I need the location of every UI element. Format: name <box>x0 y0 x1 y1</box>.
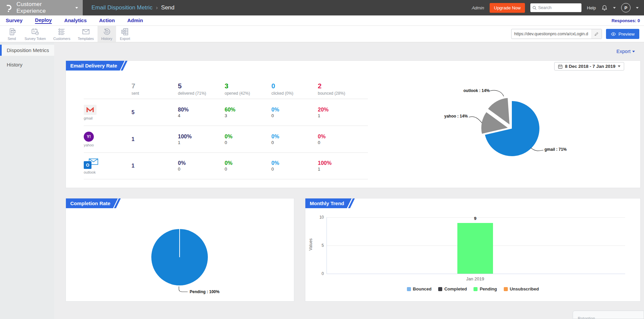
upgrade-now-button[interactable]: Upgrade Now <box>490 3 525 13</box>
stat-opened: 3opened (42%) <box>225 82 271 96</box>
search-icon <box>532 6 537 10</box>
templates-icon <box>82 28 90 36</box>
export-dropdown[interactable]: Export <box>616 49 635 54</box>
admin-link[interactable]: Admin <box>472 5 484 10</box>
cell-clicked: 0%0 <box>271 160 318 172</box>
legend-swatch-completed <box>438 287 442 291</box>
legend-label: Completed <box>444 286 467 291</box>
search-input[interactable] <box>538 5 575 10</box>
global-search[interactable] <box>530 3 581 12</box>
sidebar-item-disposition-metrics[interactable]: Disposition Metrics <box>0 45 54 56</box>
legend-label: Unsubscribed <box>510 286 539 291</box>
chevron-down-icon <box>632 51 635 52</box>
pie-label-outlook: outlook : 14% <box>449 88 490 93</box>
cell-clicked: 0%0 <box>271 134 318 145</box>
table-row-yahoo: Y! yahoo 1 100%1 0%0 0%0 0%0 <box>84 126 368 152</box>
legend-pending[interactable]: Pending <box>473 286 497 291</box>
edit-url-button[interactable] <box>592 29 602 39</box>
breadcrumb-current-page: Send <box>161 4 175 11</box>
provider-outlook: O outlook <box>84 158 131 174</box>
pie-label-gmail: gmail : 71% <box>544 147 567 152</box>
legend-swatch-bounced <box>407 287 411 291</box>
completion-rate-card: Completion Rate Pending : 100% <box>66 198 294 302</box>
export-icon <box>121 28 129 36</box>
provider-label: gmail <box>84 116 92 120</box>
header-actions: Admin Upgrade Now Help P <box>472 3 644 13</box>
brand-title: Customer Experience <box>16 1 71 14</box>
nav-item-survey[interactable]: Survey <box>6 17 23 24</box>
leader-line <box>490 90 504 96</box>
nav-item-action[interactable]: Action <box>99 17 115 24</box>
retention-tab[interactable]: Retention <box>573 311 644 319</box>
y-tick-5: 5 <box>314 243 324 248</box>
bar-value-label: 9 <box>457 216 493 221</box>
toolbar-customers-button[interactable]: Customers <box>49 26 74 42</box>
toolbar-templates-button[interactable]: Templates <box>74 26 98 42</box>
preview-button[interactable]: Preview <box>606 29 639 39</box>
y-axis-title: Values <box>308 238 313 250</box>
x-tick-jan-2019: Jan 2019 <box>457 276 493 281</box>
y-tick-10: 10 <box>314 215 324 220</box>
toolbar-history-label: History <box>101 37 112 41</box>
cell-delivered: 100%1 <box>178 134 225 145</box>
provider-label: outlook <box>84 170 96 174</box>
email-delivery-rate-card: Email Delivery Rate 8 Dec 2018 - 7 Jan 2… <box>66 60 641 188</box>
customers-icon <box>58 28 66 36</box>
help-link[interactable]: Help <box>587 5 596 10</box>
provider-label: yahoo <box>84 143 94 147</box>
breadcrumb-survey-link[interactable]: Email Disposition Metric <box>91 4 152 11</box>
notifications-bell-icon[interactable] <box>601 4 608 11</box>
toolbar-history-button[interactable]: History <box>98 26 116 42</box>
sidebar-item-history[interactable]: History <box>0 58 54 70</box>
questionpro-logo-icon <box>5 3 12 12</box>
chevron-down-icon[interactable] <box>613 7 616 9</box>
eye-icon <box>611 32 616 36</box>
leader-line <box>179 286 188 292</box>
survey-url-input[interactable] <box>512 32 592 36</box>
legend-swatch-unsubscribed <box>504 287 508 291</box>
date-range-label: 8 Dec 2018 - 7 Jan 2019 <box>565 64 615 69</box>
chevron-right-icon: › <box>156 4 158 11</box>
legend-completed[interactable]: Completed <box>438 286 467 291</box>
responses-count: Responses: 0 <box>611 18 640 23</box>
survey-token-icon: 31 <box>31 28 39 36</box>
avatar[interactable]: P <box>621 3 631 12</box>
nav-item-analytics[interactable]: Analytics <box>64 17 87 24</box>
cell-bounced: 20%1 <box>318 107 368 118</box>
cell-opened: 0%0 <box>225 134 271 145</box>
send-icon <box>8 28 16 36</box>
app-window: Customer Experience Email Disposition Me… <box>0 0 644 319</box>
date-range-picker[interactable]: 8 Dec 2018 - 7 Jan 2019 <box>554 62 624 71</box>
card-title: Completion Rate <box>66 198 118 208</box>
nav-item-admin[interactable]: Admin <box>127 17 143 24</box>
nav-item-deploy[interactable]: Deploy <box>35 17 52 24</box>
chevron-down-icon[interactable] <box>636 7 639 9</box>
export-row: Export <box>54 42 644 60</box>
toolbar-right: Preview <box>511 26 644 42</box>
cell-bounced: 0%0 <box>318 134 368 145</box>
sidebar: Disposition Metrics History <box>0 42 54 319</box>
monthly-trend-card: Monthly Trend Values 10 5 0 9 Jan 2019 <box>305 198 641 302</box>
main-content: Export Email Delivery Rate <box>54 42 644 319</box>
toolbar-survey-token-button[interactable]: 31 Survey Token <box>21 26 49 42</box>
legend-unsubscribed[interactable]: Unsubscribed <box>504 286 539 291</box>
pie-label-pending: Pending : 100% <box>190 289 220 294</box>
chevron-down-icon <box>618 65 620 67</box>
bar-pending-jan-2019[interactable] <box>457 223 493 274</box>
toolbar-send-button[interactable]: Send <box>3 26 21 42</box>
pie-label-yahoo: yahoo : 14% <box>422 114 468 119</box>
avatar-initial: P <box>624 5 628 10</box>
card-title: Email Delivery Rate <box>66 61 124 71</box>
product-switcher[interactable]: Customer Experience <box>0 0 83 15</box>
card-ribbon: Monthly Trend <box>305 198 352 208</box>
toolbar-export-button[interactable]: Export <box>116 26 134 42</box>
x-axis-line <box>327 274 625 274</box>
main-nav: Survey Deploy Analytics Action Admin Res… <box>0 15 644 26</box>
legend-bounced[interactable]: Bounced <box>407 286 432 291</box>
delivery-pie-chart <box>439 71 587 182</box>
legend-label: Bounced <box>413 286 432 291</box>
cell-delivered: 80%4 <box>178 107 225 118</box>
gmail-icon <box>84 105 97 115</box>
cell-sent: 5 <box>131 109 178 116</box>
toolbar-export-label: Export <box>120 37 130 41</box>
